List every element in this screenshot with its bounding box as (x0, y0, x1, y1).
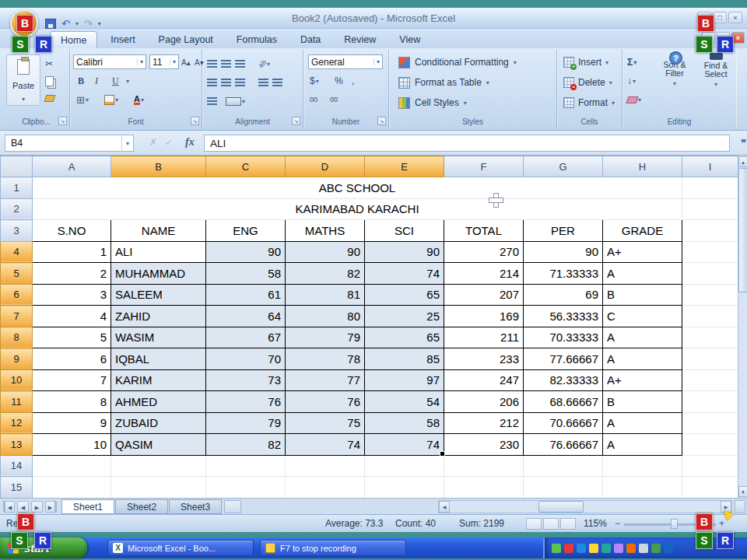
autosum-button[interactable]: Σ ▾ (627, 54, 637, 70)
row-header-8[interactable]: 8 (1, 327, 33, 348)
cell[interactable]: 212 (444, 412, 524, 434)
decrease-decimal-button[interactable]: 00 (330, 92, 338, 107)
cell[interactable]: 207 (444, 284, 524, 306)
normal-view-icon[interactable] (526, 518, 542, 530)
tray-icon[interactable] (664, 544, 673, 553)
tray-icon[interactable] (577, 544, 586, 553)
cell[interactable]: 74 (365, 434, 444, 456)
cell[interactable]: 82 (286, 263, 365, 285)
cancel-icon[interactable]: ✗ (149, 137, 157, 148)
row-header-5[interactable]: 5 (1, 263, 33, 285)
align-center-button[interactable] (221, 75, 231, 90)
row-header-15[interactable]: 15 (1, 477, 33, 499)
font-name-combo[interactable]: Calibri ▾ (73, 54, 146, 69)
taskbar-button-recorder[interactable]: F7 to stop recording (260, 540, 406, 556)
format-painter-button[interactable] (45, 90, 54, 106)
cell[interactable] (365, 455, 444, 477)
formula-input[interactable]: ALI (204, 135, 730, 152)
fill-button[interactable]: ↓ ▾ (627, 73, 636, 89)
row-header-7[interactable]: 7 (1, 306, 33, 327)
header-cell[interactable]: SCI (365, 220, 444, 242)
align-left-button[interactable] (207, 75, 217, 90)
row-header-10[interactable]: 10 (1, 369, 33, 391)
paste-button[interactable]: Paste ▾ (6, 54, 40, 106)
cell[interactable]: A (603, 348, 682, 370)
cell[interactable]: 6 (33, 348, 111, 370)
cell[interactable]: 71.33333 (524, 263, 603, 285)
delete-cells-button[interactable]: × Delete ▾ (563, 73, 612, 92)
cell[interactable]: C (603, 306, 682, 327)
cell[interactable]: MUHAMMAD (111, 263, 206, 285)
tab-view[interactable]: View (389, 31, 430, 48)
tab-review[interactable]: Review (334, 31, 386, 48)
cell[interactable] (682, 284, 738, 306)
cell[interactable] (524, 455, 603, 477)
cell[interactable] (206, 455, 286, 477)
column-header-I[interactable]: I (682, 156, 738, 177)
cell[interactable]: 80 (286, 306, 365, 327)
cell[interactable]: AHMED (111, 391, 206, 413)
cell[interactable] (111, 455, 206, 477)
scroll-up-icon[interactable]: ▲ (738, 156, 747, 167)
decrease-indent-button[interactable] (258, 75, 268, 90)
cell[interactable]: 75 (286, 412, 365, 434)
cell[interactable]: 61 (206, 284, 286, 306)
column-header-E[interactable]: E (365, 156, 444, 177)
prev-sheet-icon[interactable]: ◀ (17, 501, 29, 513)
cell[interactable]: 214 (444, 263, 524, 285)
fill-handle[interactable] (440, 451, 445, 457)
cell[interactable]: 58 (206, 263, 286, 285)
cell[interactable]: 9 (33, 412, 111, 434)
tray-icon[interactable] (626, 544, 636, 553)
last-sheet-icon[interactable]: ▶ (45, 501, 57, 513)
cell[interactable]: 77.66667 (524, 348, 603, 370)
header-cell[interactable]: ENG (206, 220, 286, 242)
redo-icon[interactable]: ↷ (84, 19, 93, 29)
row-header-1[interactable]: 1 (1, 177, 33, 199)
cell[interactable]: 3 (33, 284, 111, 306)
help-icon[interactable]: ? (669, 51, 682, 65)
cell[interactable]: 82 (206, 434, 286, 456)
header-cell[interactable]: TOTAL (444, 220, 524, 242)
undo-icon[interactable]: ↶ (61, 19, 70, 29)
tray-icon[interactable] (552, 544, 561, 553)
sheet-tab-sheet3[interactable]: Sheet3 (169, 499, 222, 514)
cell[interactable]: WASIM (111, 327, 206, 348)
tray-icon[interactable] (589, 544, 598, 553)
conditional-formatting-button[interactable]: Conditional Formatting ▾ (395, 53, 520, 72)
cell[interactable]: B (603, 284, 682, 306)
cell[interactable]: 90 (365, 241, 444, 263)
cell[interactable]: 58 (365, 412, 444, 434)
cell[interactable]: 73 (206, 369, 286, 391)
insert-worksheet-tab[interactable] (224, 500, 241, 513)
row-header-11[interactable]: 11 (1, 391, 33, 413)
clipboard-dialog-launcher[interactable]: ↘ (58, 117, 67, 125)
cell[interactable] (682, 220, 738, 242)
row-header-3[interactable]: 3 (1, 220, 33, 242)
insert-cells-button[interactable]: + Insert ▾ (563, 53, 608, 72)
cell[interactable]: 74 (286, 434, 365, 456)
undo-dropdown-icon[interactable]: ▾ (75, 20, 79, 27)
cell[interactable] (682, 455, 738, 477)
cell[interactable]: A (603, 263, 682, 285)
expand-formula-bar-icon[interactable]: ▾▾ (741, 137, 745, 145)
cell[interactable] (206, 477, 286, 499)
cell[interactable]: 81 (286, 284, 365, 306)
tab-page-layout[interactable]: Page Layout (149, 31, 223, 48)
cell[interactable]: A (603, 434, 682, 456)
tray-icon[interactable] (564, 544, 573, 553)
cell[interactable]: 206 (444, 391, 524, 413)
cell[interactable]: A+ (603, 369, 682, 391)
increase-indent-button[interactable] (272, 75, 282, 90)
cell[interactable] (286, 477, 365, 499)
cell[interactable]: 90 (206, 241, 286, 263)
cell[interactable] (524, 477, 603, 499)
fill-color-button[interactable]: ▾ (104, 92, 118, 107)
column-header-C[interactable]: C (206, 156, 286, 177)
header-cell[interactable]: PER (524, 220, 603, 242)
cell[interactable] (682, 177, 738, 199)
format-as-table-button[interactable]: Format as Table ▾ (395, 73, 493, 92)
underline-button[interactable]: U (112, 73, 119, 89)
merged-title-cell[interactable]: ABC SCHOOL (33, 177, 682, 199)
font-color-button[interactable]: A ▾ (134, 92, 144, 107)
